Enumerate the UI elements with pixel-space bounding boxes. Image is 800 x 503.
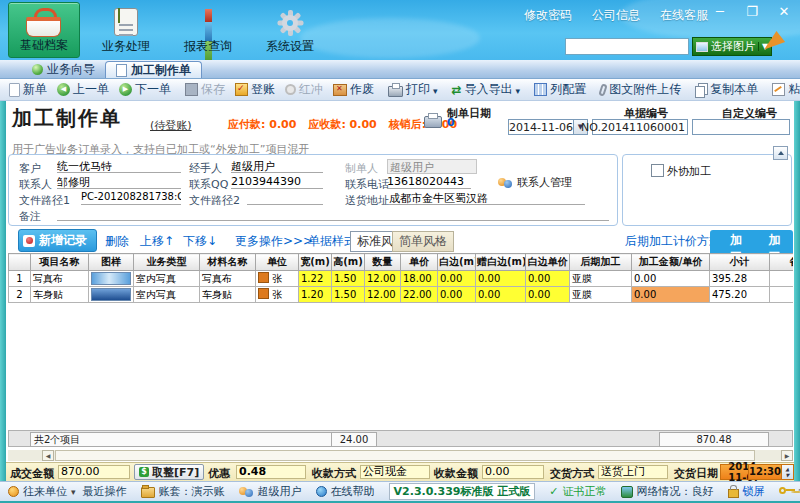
link-company-info[interactable]: 公司信息 xyxy=(592,7,640,24)
tab-business-wizard[interactable]: 业务向导 xyxy=(22,61,105,78)
minimize-button[interactable] xyxy=(712,4,728,19)
file-path1-field[interactable]: PC-201208281738:C:\Users xyxy=(81,191,181,205)
contact-field[interactable]: 邹修明 xyxy=(57,175,181,189)
cell-unit[interactable]: 张 xyxy=(256,271,299,287)
cell-business-type[interactable]: 室内写真 xyxy=(134,271,200,287)
pay-method-field[interactable]: 公司现金 xyxy=(360,465,430,479)
qq-field[interactable]: 2103944390 xyxy=(231,175,323,189)
post-account-button[interactable]: 登账 xyxy=(230,80,280,99)
cell-unit[interactable]: 张 xyxy=(256,287,299,303)
recent-operations[interactable]: 最近操作 xyxy=(83,484,127,499)
nav-item-basic-files[interactable]: 基础档案 xyxy=(8,2,80,58)
nav-item-settings[interactable]: 系统设置 xyxy=(254,2,326,58)
select-image-button[interactable]: 选择图片 xyxy=(692,37,772,56)
cell-post-process[interactable]: 亚膜 xyxy=(570,287,632,303)
col-unit-price[interactable]: 单价 xyxy=(401,254,438,271)
cell-subtotal[interactable]: 395.28 xyxy=(710,271,770,287)
horizontal-scrollbar[interactable] xyxy=(8,450,793,461)
cell-width[interactable]: 1.22 xyxy=(299,271,332,287)
discount-field[interactable]: 0.48 xyxy=(236,465,306,479)
table-row[interactable]: 2 车身贴 室内写真 车身贴 张 1.20 1.50 12.00 22.00 0… xyxy=(9,287,794,303)
col-unit[interactable]: 单位 xyxy=(256,254,299,271)
delivery-method-field[interactable]: 送货上门 xyxy=(598,465,668,479)
void-button[interactable]: 作废 xyxy=(328,80,379,99)
spinner-arrows-icon[interactable] xyxy=(781,465,793,479)
handler-field[interactable]: 超级用户 xyxy=(231,159,323,173)
move-up-link[interactable]: 上移↑ xyxy=(140,233,174,250)
red-reverse-button[interactable]: 红冲 xyxy=(280,80,328,99)
delivery-time-spinner[interactable]: 12:30 xyxy=(748,464,794,480)
column-config-button[interactable]: 列配置 xyxy=(529,80,591,99)
cell-white-margin[interactable]: 0.00 xyxy=(438,271,476,287)
phone-field[interactable]: 13618020443 xyxy=(387,175,471,189)
print-button[interactable]: 打印 xyxy=(383,80,443,99)
col-width[interactable]: 宽(m) xyxy=(299,254,332,271)
col-white-margin[interactable]: 白边(m) xyxy=(438,254,476,271)
attachment-upload-button[interactable]: 图文附件上传 xyxy=(595,80,686,99)
col-project-name[interactable]: 项目名称 xyxy=(31,254,89,271)
contact-manager-button[interactable]: 联系人管理 xyxy=(498,175,572,190)
image-search-input[interactable] xyxy=(565,38,689,55)
col-margin-price[interactable]: 白边单价 xyxy=(526,254,570,271)
prev-order-button[interactable]: 上一单 xyxy=(52,80,114,99)
paste-screenshot-button[interactable]: 粘贴截图 xyxy=(767,80,800,99)
cell-row-number[interactable]: 1 xyxy=(9,271,31,287)
delete-record-link[interactable]: 删除 xyxy=(105,233,129,250)
make-date-select[interactable]: 2014-11-06 xyxy=(508,119,588,135)
tab-work-order[interactable]: 加工制作单 xyxy=(105,61,202,78)
col-post-process[interactable]: 后期加工 xyxy=(570,254,632,271)
switch-user-button[interactable]: 切换用户 xyxy=(779,484,800,499)
cell-height[interactable]: 1.50 xyxy=(332,287,365,303)
col-note[interactable]: 备注 xyxy=(770,254,794,271)
maximize-button[interactable] xyxy=(744,4,760,19)
col-quantity[interactable]: 数量 xyxy=(365,254,401,271)
address-field[interactable]: 成都市金牛区蜀汉路 xyxy=(389,191,585,205)
style-simple-button[interactable]: 简单风格 xyxy=(392,231,454,252)
deal-amount-field[interactable]: 870.00 xyxy=(58,465,130,479)
col-process-amount[interactable]: 加工金额/单价 xyxy=(632,254,710,271)
cell-post-process[interactable]: 亚膜 xyxy=(570,271,632,287)
cell-process-amount[interactable]: 0.00 xyxy=(632,271,710,287)
file-path2-field[interactable] xyxy=(247,191,323,205)
nav-item-business[interactable]: 业务处理 xyxy=(90,2,162,58)
import-export-button[interactable]: 导入导出 xyxy=(447,80,526,99)
more-operations-link[interactable]: 更多操作>>> xyxy=(235,233,313,250)
link-online-service[interactable]: 在线客服 xyxy=(660,7,708,24)
collapse-icon[interactable] xyxy=(773,146,788,160)
cell-material[interactable]: 车身贴 xyxy=(200,287,256,303)
custom-no-input[interactable] xyxy=(693,120,789,134)
cell-white-margin[interactable]: 0.00 xyxy=(438,287,476,303)
cell-height[interactable]: 1.50 xyxy=(332,271,365,287)
cell-margin-price[interactable]: 0.00 xyxy=(526,287,570,303)
cell-margin-price[interactable]: 0.00 xyxy=(526,271,570,287)
current-user[interactable]: 超级用户 xyxy=(239,484,302,499)
new-order-button[interactable]: 新单 xyxy=(4,80,52,99)
cell-quantity[interactable]: 12.00 xyxy=(365,287,401,303)
cell-picture[interactable] xyxy=(89,287,134,303)
link-change-password[interactable]: 修改密码 xyxy=(524,7,572,24)
cell-material[interactable]: 写真布 xyxy=(200,271,256,287)
cell-project-name[interactable]: 车身贴 xyxy=(31,287,89,303)
scroll-left-button[interactable] xyxy=(42,450,54,461)
cell-subtotal[interactable]: 475.20 xyxy=(710,287,770,303)
cell-row-number[interactable]: 2 xyxy=(9,287,31,303)
next-order-button[interactable]: 下一单 xyxy=(114,80,176,99)
scroll-right-button[interactable] xyxy=(781,450,793,461)
close-button[interactable] xyxy=(776,4,792,19)
print-count-icon[interactable] xyxy=(424,116,442,128)
doc-no-field[interactable]: NO.201411060001 xyxy=(592,119,688,135)
note-field[interactable] xyxy=(57,207,609,221)
col-row-number[interactable] xyxy=(9,254,31,271)
cell-picture[interactable] xyxy=(89,271,134,287)
move-down-link[interactable]: 下移↓ xyxy=(183,233,217,250)
copy-order-button[interactable]: 复制本单 xyxy=(690,80,763,99)
save-button[interactable]: 保存 xyxy=(180,80,230,99)
customer-field[interactable]: 统一优马特 xyxy=(57,159,181,173)
cell-quantity[interactable]: 12.00 xyxy=(365,271,401,287)
account-set[interactable]: 账套：演示账 xyxy=(141,484,225,499)
cell-project-name[interactable]: 写真布 xyxy=(31,271,89,287)
cell-note[interactable] xyxy=(770,271,794,287)
cell-process-amount-selected[interactable]: 0.00 xyxy=(632,287,710,303)
cell-note[interactable] xyxy=(770,287,794,303)
col-picture[interactable]: 图样 xyxy=(89,254,134,271)
